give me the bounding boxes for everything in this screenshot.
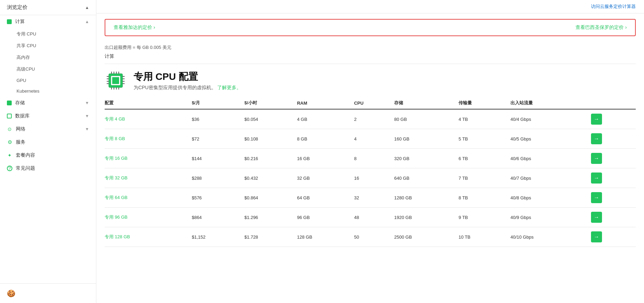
sidebar-item-database[interactable]: 数据库 ▼ bbox=[0, 109, 96, 123]
plan-select-button-1[interactable]: → bbox=[591, 133, 602, 144]
plan-storage-4: 1280 GB bbox=[394, 188, 458, 208]
cookie-icon[interactable]: 🍪 bbox=[7, 290, 15, 297]
sidebar-storage-label: 存储 bbox=[15, 100, 25, 106]
table-row: 专用 4 GB $36 $0.054 4 GB 2 80 GB 4 TB 40/… bbox=[105, 109, 636, 129]
plan-select-button-6[interactable]: → bbox=[591, 231, 602, 242]
col-hourly: $/小时 bbox=[244, 97, 297, 109]
plan-ram-0: 4 GB bbox=[297, 109, 354, 129]
sidebar-section-compute: 计算 ▲ 专用 CPU 共享 CPU 高内存 高级CPU GPU Kuberne… bbox=[0, 15, 96, 96]
plan-storage-5: 1920 GB bbox=[394, 208, 458, 227]
plan-cpu-1: 4 bbox=[354, 129, 394, 149]
plan-ram-1: 8 GB bbox=[297, 129, 354, 149]
table-row: 专用 8 GB $72 $0.108 8 GB 4 160 GB 5 TB 40… bbox=[105, 129, 636, 149]
storage-icon bbox=[7, 101, 12, 105]
plan-name-3[interactable]: 专用 32 GB bbox=[105, 168, 192, 188]
gear-icon: ⚙ bbox=[7, 139, 12, 145]
product-learn-more-link[interactable]: 了解更多。 bbox=[217, 85, 241, 90]
plan-hourly-2: $0.216 bbox=[244, 149, 297, 168]
sidebar-item-gpu[interactable]: GPU bbox=[0, 75, 96, 86]
plan-monthly-1: $72 bbox=[192, 129, 244, 149]
plan-transfer-0: 4 TB bbox=[458, 109, 510, 129]
plan-cpu-4: 32 bbox=[354, 188, 394, 208]
col-action bbox=[591, 97, 636, 109]
database-icon bbox=[7, 114, 12, 118]
plan-select-button-2[interactable]: → bbox=[591, 153, 602, 164]
sidebar-item-shared-cpu[interactable]: 共享 CPU bbox=[0, 40, 96, 52]
sidebar-database-label: 数据库 bbox=[15, 113, 30, 119]
product-desc-text: 为CPU密集型应用提供专用的虚拟机。 bbox=[134, 85, 216, 90]
plan-network-1: 40/5 Gbps bbox=[510, 129, 591, 149]
region-banner: 查看雅加达的定价 › 查看巴西圣保罗的定价 › bbox=[105, 19, 636, 36]
plan-name-0[interactable]: 专用 4 GB bbox=[105, 109, 192, 129]
plan-storage-0: 80 GB bbox=[394, 109, 458, 129]
plan-action-2: → bbox=[591, 149, 636, 168]
plan-ram-6: 128 GB bbox=[297, 227, 354, 247]
plan-cpu-6: 50 bbox=[354, 227, 394, 247]
plan-name-2[interactable]: 专用 16 GB bbox=[105, 149, 192, 168]
sidebar-item-faq[interactable]: ? 常见问题 bbox=[0, 162, 96, 175]
plan-hourly-3: $0.432 bbox=[244, 168, 297, 188]
plan-transfer-2: 6 TB bbox=[458, 149, 510, 168]
plan-storage-1: 160 GB bbox=[394, 129, 458, 149]
col-ram: RAM bbox=[297, 97, 354, 109]
plan-network-2: 40/6 Gbps bbox=[510, 149, 591, 168]
product-title: 专用 CPU 配置 bbox=[134, 70, 241, 83]
sidebar-item-dedicated-cpu[interactable]: 专用 CPU bbox=[0, 28, 96, 40]
table-row: 专用 96 GB $864 $1.296 96 GB 48 1920 GB 9 … bbox=[105, 208, 636, 227]
section-label: 计算 bbox=[96, 52, 644, 62]
product-desc: 为CPU密集型应用提供专用的虚拟机。 了解更多。 bbox=[134, 85, 241, 91]
sidebar-item-services[interactable]: ⚙ 服务 bbox=[0, 136, 96, 149]
plan-hourly-6: $1.728 bbox=[244, 227, 297, 247]
chevron-up-icon-compute: ▲ bbox=[85, 19, 89, 24]
plan-monthly-4: $576 bbox=[192, 188, 244, 208]
plan-select-button-5[interactable]: → bbox=[591, 212, 602, 223]
chevron-down-icon-database: ▼ bbox=[85, 114, 89, 118]
plan-cpu-5: 48 bbox=[354, 208, 394, 227]
sidebar-item-high-memory[interactable]: 高内存 bbox=[0, 52, 96, 63]
plan-monthly-5: $864 bbox=[192, 208, 244, 227]
table-header: 配置 $/月 $/小时 RAM CPU 存储 传输量 出入站流量 bbox=[105, 97, 636, 109]
top-bar: 访问云服务定价计算器 bbox=[96, 0, 644, 13]
topbar-link[interactable]: 访问云服务定价计算器 bbox=[591, 3, 636, 10]
plan-action-4: → bbox=[591, 188, 636, 208]
plan-action-3: → bbox=[591, 168, 636, 188]
plan-monthly-0: $36 bbox=[192, 109, 244, 129]
sidebar: 浏览定价 ▲ 计算 ▲ 专用 CPU 共享 CPU 高内存 高级CPU GPU … bbox=[0, 0, 96, 303]
chevron-down-icon-storage: ▼ bbox=[85, 101, 89, 105]
plan-transfer-3: 7 TB bbox=[458, 168, 510, 188]
product-title-block: 专用 CPU 配置 为CPU密集型应用提供专用的虚拟机。 了解更多。 bbox=[134, 70, 241, 91]
plan-name-4[interactable]: 专用 64 GB bbox=[105, 188, 192, 208]
plan-ram-2: 16 GB bbox=[297, 149, 354, 168]
col-cpu: CPU bbox=[354, 97, 394, 109]
sidebar-item-network[interactable]: ⊙ 网络 ▼ bbox=[0, 123, 96, 136]
question-icon: ? bbox=[7, 166, 12, 171]
plan-monthly-6: $1,152 bbox=[192, 227, 244, 247]
plan-cpu-0: 2 bbox=[354, 109, 394, 129]
sidebar-item-premium-cpu[interactable]: 高级CPU bbox=[0, 63, 96, 75]
plan-select-button-4[interactable]: → bbox=[591, 192, 602, 203]
plan-network-6: 40/10 Gbps bbox=[510, 227, 591, 247]
jakarta-link[interactable]: 查看雅加达的定价 › bbox=[114, 24, 155, 31]
sidebar-network-label: 网络 bbox=[16, 126, 25, 132]
col-network: 出入站流量 bbox=[510, 97, 591, 109]
plan-transfer-4: 8 TB bbox=[458, 188, 510, 208]
compute-icon bbox=[7, 19, 12, 24]
section-divider bbox=[105, 64, 636, 64]
sidebar-item-storage[interactable]: 存储 ▼ bbox=[0, 96, 96, 109]
plan-transfer-5: 9 TB bbox=[458, 208, 510, 227]
sidebar-item-compute[interactable]: 计算 ▲ bbox=[0, 15, 96, 28]
sidebar-header[interactable]: 浏览定价 ▲ bbox=[0, 0, 96, 15]
sao-paulo-link[interactable]: 查看巴西圣保罗的定价 › bbox=[576, 24, 627, 31]
plan-network-3: 40/7 Gbps bbox=[510, 168, 591, 188]
plan-select-button-0[interactable]: → bbox=[591, 114, 602, 125]
plan-select-button-3[interactable]: → bbox=[591, 173, 602, 184]
plan-name-6[interactable]: 专用 128 GB bbox=[105, 227, 192, 247]
sidebar-item-bundles[interactable]: ✦ 套餐内容 bbox=[0, 149, 96, 162]
sidebar-item-kubernetes[interactable]: Kubernetes bbox=[0, 86, 96, 96]
plan-name-1[interactable]: 专用 8 GB bbox=[105, 129, 192, 149]
plan-storage-6: 2500 GB bbox=[394, 227, 458, 247]
plan-monthly-2: $144 bbox=[192, 149, 244, 168]
product-section: 专用 CPU 配置 为CPU密集型应用提供专用的虚拟机。 了解更多。 配置 $/… bbox=[96, 70, 644, 252]
plan-name-5[interactable]: 专用 96 GB bbox=[105, 208, 192, 227]
table-row: 专用 128 GB $1,152 $1.728 128 GB 50 2500 G… bbox=[105, 227, 636, 247]
